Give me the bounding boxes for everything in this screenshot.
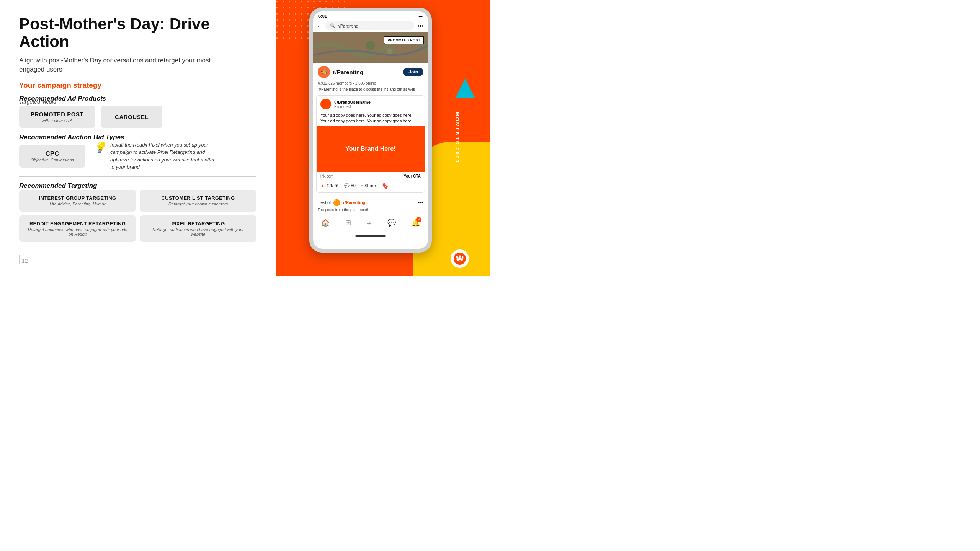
promoted-post-label: PROMOTED POST — [31, 111, 83, 117]
page-subtitle: Align with post-Mother's Day conversatio… — [19, 56, 234, 74]
up-arrow-icon — [456, 77, 475, 104]
vote-row: ▲ 42k ▼ 💬 80 ↑ Share 🔖 — [317, 181, 425, 192]
status-icons: ▪▪▪ — [418, 14, 423, 18]
promoted-tag: Promoted — [334, 104, 371, 109]
customer-list-targeting-button[interactable]: CUSTOMER LIST TARGETING Retarget your kn… — [140, 190, 256, 212]
svg-point-8 — [459, 255, 461, 257]
promoted-post-sublabel: with a clear CTA — [42, 118, 72, 123]
ad-products-row: PROMOTED POST with a clear CTA CAROUSEL — [19, 106, 256, 128]
cpc-label: CPC — [46, 150, 59, 158]
phone-bottom-nav: 🏠 ⊞ + 💬 🔔 4 — [313, 215, 428, 234]
upvote-icon[interactable]: ▲ — [320, 183, 325, 188]
subreddit-header: 🐝 r/Parenting Join — [313, 63, 428, 81]
best-of-section: Best of 🟠 r/Parenting ••• — [313, 196, 428, 208]
svg-point-7 — [461, 259, 462, 260]
home-nav-icon[interactable]: 🏠 — [321, 218, 330, 228]
share-label: Share — [364, 183, 376, 188]
back-icon[interactable]: ← — [317, 23, 322, 29]
phone-mockup: 6:01 ▪▪▪ ← 🔍 r/Parenting ••• PROMOTED PO… — [309, 8, 432, 253]
username: u/BrandUsername — [334, 100, 371, 104]
interest-group-label: INTEREST GROUP TARGETING — [39, 195, 116, 201]
promoted-post-button[interactable]: PROMOTED POST with a clear CTA — [19, 106, 95, 128]
reddit-engagement-sublabel: Retarget audiences who have engaged with… — [27, 227, 128, 236]
ad-products-section: Recommended Ad Products Targeted Media P… — [19, 95, 256, 128]
best-of-description: Top posts from the past month — [313, 208, 428, 215]
home-indicator — [355, 235, 386, 237]
share-icon: ↑ — [361, 183, 363, 188]
pixel-note: 💡 Install the Reddit Pixel when you set … — [93, 141, 216, 171]
notification-nav-icon[interactable]: 🔔 4 — [412, 218, 420, 228]
user-info: u/BrandUsername Promoted — [334, 100, 371, 109]
notification-badge: 4 — [416, 217, 421, 222]
brand-placeholder-text: Your Brand Here! — [345, 145, 395, 152]
grid-nav-icon[interactable]: ⊞ — [345, 218, 351, 228]
reddit-icon — [451, 249, 469, 268]
chat-nav-icon[interactable]: 💬 — [387, 218, 396, 228]
phone-screen: 6:01 ▪▪▪ ← 🔍 r/Parenting ••• PROMOTED PO… — [313, 11, 428, 249]
svg-marker-2 — [456, 78, 475, 98]
subreddit-name: r/Parenting — [333, 69, 363, 75]
reddit-engagement-label: REDDIT ENGAGEMENT RETARGETING — [29, 221, 126, 227]
post-link: ink.com — [320, 174, 333, 178]
svg-point-13 — [387, 48, 393, 54]
targeting-grid: INTEREST GROUP TARGETING Life Advice, Pa… — [19, 190, 256, 242]
svg-point-12 — [366, 41, 375, 50]
phone-frame: 6:01 ▪▪▪ ← 🔍 r/Parenting ••• PROMOTED PO… — [309, 8, 432, 253]
interest-group-targeting-button[interactable]: INTEREST GROUP TARGETING Life Advice, Pa… — [19, 190, 136, 212]
svg-point-10 — [456, 256, 458, 258]
more-icon[interactable]: ••• — [417, 23, 424, 29]
pixel-note-text: Install the Reddit Pixel when you set up… — [110, 141, 216, 171]
right-panel: MOMENTS 2023 6:01 ▪▪▪ — [276, 0, 490, 276]
pixel-retargeting-label: PIXEL RETARGETING — [172, 221, 225, 227]
status-time: 6:01 — [318, 14, 327, 18]
post-ad-copy: Your ad copy goes here. Your ad copy goe… — [317, 111, 425, 126]
bid-types-row: CPC Objective: Conversions 💡 Install the… — [19, 141, 256, 171]
share-group[interactable]: ↑ Share — [361, 183, 376, 188]
left-panel: Post-Mother's Day: Drive Action Align wi… — [0, 0, 276, 276]
cpc-sublabel: Objective: Conversions — [31, 158, 74, 162]
comment-icon: 💬 — [344, 183, 350, 188]
bid-types-heading: Recommended Auction Bid Types — [19, 134, 256, 141]
post-user-row: u/BrandUsername Promoted — [317, 96, 425, 111]
create-nav-icon[interactable]: + — [367, 218, 372, 228]
pixel-retargeting-sublabel: Retarget audiences who have engaged with… — [147, 227, 249, 236]
customer-list-label: CUSTOMER LIST TARGETING — [161, 195, 235, 201]
svg-point-6 — [458, 259, 459, 260]
customer-list-sublabel: Retarget your known customers — [168, 202, 228, 206]
home-indicator-container — [313, 234, 428, 241]
best-of-more-icon[interactable]: ••• — [418, 199, 423, 205]
cpc-button[interactable]: CPC Objective: Conversions — [19, 145, 85, 168]
post-card: u/BrandUsername Promoted Your ad copy go… — [316, 95, 425, 193]
search-box[interactable]: 🔍 r/Parenting — [325, 21, 414, 30]
lightbulb-icon: 💡 — [93, 140, 106, 156]
subreddit-description: /r/Parenting is the place to discuss the… — [313, 87, 428, 95]
promoted-post-badge: PROMOTED POST — [384, 36, 424, 44]
reddit-engagement-targeting-button[interactable]: REDDIT ENGAGEMENT RETARGETING Retarget a… — [19, 215, 136, 242]
search-icon: 🔍 — [330, 23, 335, 28]
campaign-strategy-label: Your campaign strategy — [19, 81, 256, 90]
page-number: 12 — [19, 255, 28, 264]
page-title: Post-Mother's Day: Drive Action — [19, 15, 256, 51]
join-button[interactable]: Join — [403, 68, 423, 76]
post-cta: Your CTA — [403, 174, 421, 178]
svg-point-9 — [462, 256, 464, 258]
vote-group[interactable]: ▲ 42k ▼ — [320, 183, 339, 188]
pixel-retargeting-button[interactable]: PIXEL RETARGETING Retarget audiences who… — [140, 215, 256, 242]
user-avatar — [320, 99, 331, 109]
targeting-section: Recommended Targeting INTEREST GROUP TAR… — [19, 182, 256, 242]
targeting-heading: Recommended Targeting — [19, 182, 256, 190]
dot-orange-icon: 🟠 — [333, 199, 341, 206]
best-of-label: Best of — [318, 200, 331, 205]
moments-label: MOMENTS 2023 — [454, 112, 460, 164]
bookmark-icon[interactable]: 🔖 — [381, 182, 389, 189]
phone-status-bar: 6:01 ▪▪▪ — [313, 11, 428, 20]
downvote-icon[interactable]: ▼ — [335, 183, 339, 188]
carousel-label: CAROUSEL — [115, 114, 149, 120]
ad-products-subheading: Targeted Media — [19, 99, 256, 105]
subreddit-icon: 🐝 — [318, 66, 330, 78]
search-text: r/Parenting — [338, 24, 358, 28]
carousel-button[interactable]: CAROUSEL — [101, 106, 162, 128]
comment-group[interactable]: 💬 80 — [344, 183, 356, 188]
subreddit-meta: 4,912,326 members • 2,606 online — [313, 81, 428, 87]
bid-types-section: Recommended Auction Bid Types CPC Object… — [19, 134, 256, 171]
